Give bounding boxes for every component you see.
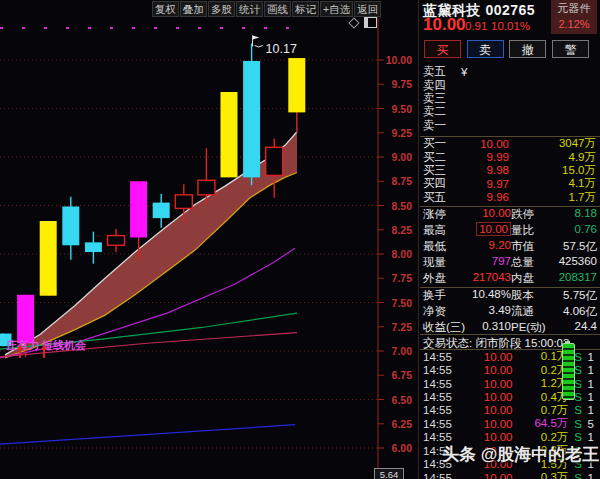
toolbar-item-返回[interactable]: 返回	[354, 1, 381, 17]
bid-price: 9.98	[461, 164, 509, 176]
buy-button[interactable]: 买	[424, 40, 461, 58]
ask-row[interactable]: 卖一	[423, 118, 596, 131]
stat-right: PE(动)24.4	[511, 320, 597, 335]
tick-price: 10.00	[455, 364, 513, 376]
stat-row: 最高10.00量比0.76	[423, 223, 597, 239]
tick-price: 10.00	[455, 378, 513, 390]
tick-count: 5	[588, 418, 594, 430]
tick-flag: S	[568, 472, 587, 479]
toolbar-item-+自选[interactable]: +自选	[320, 1, 353, 17]
stat-value: 425360	[534, 255, 597, 270]
price-change-pct: 10.01%	[491, 20, 530, 32]
trade-status-value: 闭市阶段 15:00:03	[475, 337, 569, 349]
sector-change: 2.12%	[551, 16, 597, 32]
ask-row[interactable]: 卖二	[423, 105, 596, 118]
alert-button[interactable]: 警	[552, 40, 589, 58]
bid-row[interactable]: 买一10.003047万	[423, 137, 596, 150]
currency-symbol: ¥	[461, 66, 467, 78]
tick-count: 1	[588, 391, 594, 403]
bid-label: 买五	[423, 190, 461, 205]
stat-value: 3.49	[446, 304, 511, 319]
stat-label: 换手	[423, 288, 446, 303]
stat-value: 0.310	[465, 320, 511, 335]
stat-row: 换手10.48%股本5.75亿	[423, 288, 597, 304]
toolbar-item-复权[interactable]: 复权	[152, 1, 179, 17]
toolbar-item-叠加[interactable]: 叠加	[180, 1, 207, 17]
kline-chart[interactable]: 10.17庄有力 短线机会 10.009.759.509.259.008.758…	[0, 0, 420, 479]
stat-label: 涨停	[423, 207, 446, 222]
trade-status-label: 交易状态:	[423, 337, 472, 349]
tick-time: 14:55	[423, 472, 455, 479]
sector-badge[interactable]: 元器件 2.12%	[551, 0, 597, 34]
trade-buttons: 买 卖 撤 警	[424, 40, 589, 58]
bid-price: 9.99	[461, 151, 509, 163]
tick-volume: 0.3万	[513, 470, 569, 479]
stat-value: 10.00	[446, 207, 511, 222]
stat-label: 跌停	[511, 207, 534, 222]
svg-text:10.17: 10.17	[266, 42, 297, 56]
stat-value: 8.18	[534, 207, 597, 222]
stat-left: 净资3.49	[423, 304, 511, 319]
stat-right: 跌停8.18	[511, 207, 597, 222]
stats-block-2: 换手10.48%股本5.75亿净资3.49流通4.06亿收益(三)0.310PE…	[423, 288, 597, 336]
stat-right: 内盘208317	[511, 271, 597, 286]
price-change: 0.91	[465, 20, 487, 32]
stat-row: 净资3.49流通4.06亿	[423, 304, 597, 320]
bid-levels: 买一10.003047万买二9.994.9万买三9.9815.0万买四9.974…	[423, 137, 596, 204]
toolbar-item-统计[interactable]: 统计	[236, 1, 263, 17]
toolbar-item-画线[interactable]: 画线	[264, 1, 291, 17]
bid-row[interactable]: 买三9.9815.0万	[423, 164, 596, 177]
stat-right: 市值57.5亿	[511, 239, 597, 254]
chart-mini-tools	[350, 17, 377, 28]
tick-time: 14:55	[423, 418, 455, 430]
toolbar-item-多股[interactable]: 多股	[208, 1, 235, 17]
stat-value: 5.75亿	[534, 288, 597, 303]
sell-button[interactable]: 卖	[467, 40, 504, 58]
stat-value: 0.76	[534, 223, 597, 238]
bid-row[interactable]: 买二9.994.9万	[423, 150, 596, 163]
stat-row: 现量797总量425360	[423, 255, 597, 271]
panel-divider	[418, 0, 419, 479]
tick-price: 10.00	[455, 391, 513, 403]
tick-time: 14:55	[423, 378, 455, 390]
stat-value: 57.5亿	[534, 239, 597, 254]
stat-value: 208317	[534, 271, 597, 286]
tick-count: 1	[588, 472, 594, 479]
stat-label: 流通	[511, 304, 534, 319]
diamond-icon[interactable]	[348, 17, 359, 28]
cancel-button[interactable]: 撤	[509, 40, 546, 58]
bid-row[interactable]: 买四9.974.1万	[423, 177, 596, 190]
axis-min-label: 5.64	[374, 468, 404, 479]
bid-price: 9.97	[461, 178, 509, 190]
battery-icon	[562, 343, 575, 400]
stat-label: 总量	[511, 255, 534, 270]
toolbar-item-标记[interactable]: 标记	[292, 1, 319, 17]
tick-price: 10.00	[455, 418, 513, 430]
stat-label: 量比	[511, 223, 534, 238]
stat-label: 净资	[423, 304, 446, 319]
tick-flag: S	[568, 418, 587, 430]
ask-levels: 卖五 ¥卖四卖三卖二卖一	[423, 65, 596, 132]
tick-price: 10.00	[455, 472, 513, 479]
tick-count: 1	[588, 351, 594, 363]
chart-toolbar: 复权叠加多股统计画线标记+自选返回	[152, 1, 382, 17]
ask-row[interactable]: 卖五 ¥	[423, 65, 596, 78]
tick-time: 14:55	[423, 431, 455, 443]
stock-trading-app: 10.17庄有力 短线机会 10.009.759.509.259.008.758…	[0, 0, 600, 479]
stat-right: 总量425360	[511, 255, 597, 270]
split-pane-icon[interactable]	[364, 17, 377, 28]
tick-count: 1	[588, 431, 594, 443]
stat-label: 市值	[511, 239, 534, 254]
stat-label: 收益(三)	[423, 320, 465, 335]
tick-price: 10.00	[455, 351, 513, 363]
quote-panel: 蓝黛科技 002765 元器件 2.12% 10.00 0.91 10.01% …	[420, 0, 600, 479]
stat-right: 股本5.75亿	[511, 288, 597, 303]
bid-row[interactable]: 买五9.961.7万	[423, 190, 596, 203]
tick-time: 14:55	[423, 404, 455, 416]
ask-row[interactable]: 卖三	[423, 92, 596, 105]
candlestick-canvas[interactable]: 10.17庄有力 短线机会	[0, 0, 420, 479]
stat-label: 最高	[423, 223, 446, 238]
stat-left: 外盘217043	[423, 271, 511, 286]
ask-row[interactable]: 卖四	[423, 78, 596, 91]
tick-row: 14:5510.000.3万S1	[423, 471, 594, 479]
